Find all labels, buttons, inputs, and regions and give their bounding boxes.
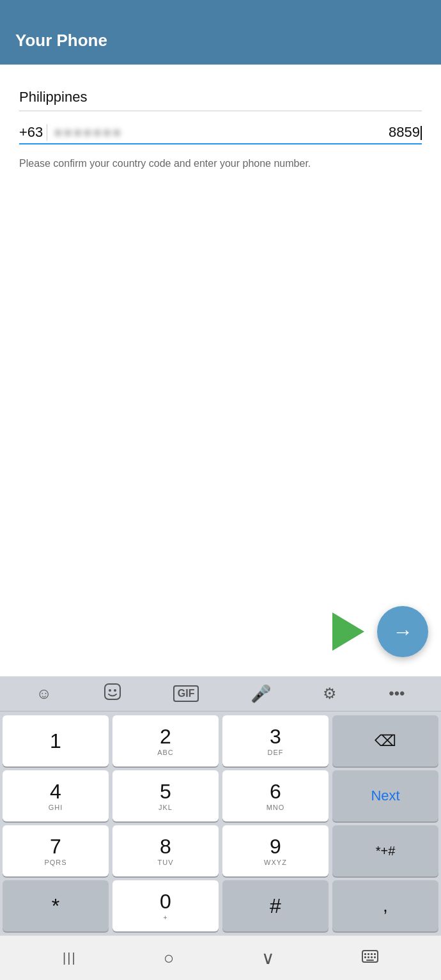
keyboard-toolbar: ☺ GIF 🎤 ⚙ •••: [0, 676, 441, 712]
country-field-group: [19, 84, 422, 111]
key-comma[interactable]: ,: [332, 880, 438, 931]
key-7[interactable]: 7 PQRS: [3, 825, 109, 876]
key-next[interactable]: Next: [332, 770, 438, 821]
key-9[interactable]: 9 WXYZ: [222, 825, 329, 876]
phone-number-blurred: ●●●●●●●: [54, 124, 382, 141]
page-title: Your Phone: [15, 31, 107, 50]
sticker-icon[interactable]: [104, 683, 121, 704]
header: Your Phone: [0, 19, 441, 65]
key-backspace[interactable]: ⌫: [332, 715, 438, 766]
fab-arrow-icon: →: [392, 620, 413, 644]
emoji-icon[interactable]: ☺: [36, 685, 52, 703]
more-icon[interactable]: •••: [389, 685, 405, 703]
cursor: [421, 126, 422, 140]
svg-point-2: [114, 689, 116, 692]
svg-rect-11: [374, 956, 376, 958]
key-star[interactable]: *: [3, 880, 109, 931]
instruction-text: Please confirm your country code and ent…: [19, 156, 422, 171]
key-1[interactable]: 1: [3, 715, 109, 766]
keyboard: 1 2 ABC 3 DEF ⌫ 4 GHI 5 JKL 6 MNO Next: [0, 712, 441, 935]
bottom-nav: ||| ○ ∨: [0, 935, 441, 980]
svg-rect-6: [371, 953, 373, 955]
phone-row: +63 ●●●●●●● 8859: [19, 124, 422, 144]
green-arrow-icon: [332, 612, 364, 651]
phone-number-end: 8859: [389, 124, 422, 141]
key-2[interactable]: 2 ABC: [112, 715, 219, 766]
country-input[interactable]: [19, 84, 422, 111]
key-row-1: 1 2 ABC 3 DEF ⌫: [3, 715, 438, 766]
microphone-icon[interactable]: 🎤: [251, 684, 271, 704]
key-3[interactable]: 3 DEF: [222, 715, 329, 766]
key-symbols[interactable]: *+#: [332, 825, 438, 876]
next-fab-button[interactable]: →: [377, 606, 428, 657]
key-5[interactable]: 5 JKL: [112, 770, 219, 821]
key-0[interactable]: 0 +: [112, 880, 219, 931]
key-4[interactable]: 4 GHI: [3, 770, 109, 821]
gif-icon[interactable]: GIF: [173, 685, 199, 702]
svg-rect-7: [374, 953, 376, 955]
key-8[interactable]: 8 TUV: [112, 825, 219, 876]
key-row-4: * 0 + # ,: [3, 880, 438, 931]
svg-rect-10: [371, 956, 373, 958]
svg-rect-9: [368, 956, 369, 958]
svg-point-1: [109, 689, 111, 692]
svg-rect-5: [368, 953, 369, 955]
main-content: +63 ●●●●●●● 8859 Please confirm your cou…: [0, 65, 441, 593]
key-row-2: 4 GHI 5 JKL 6 MNO Next: [3, 770, 438, 821]
svg-rect-0: [105, 684, 120, 699]
fab-area: →: [0, 593, 441, 676]
nav-back-icon[interactable]: |||: [63, 951, 77, 965]
svg-rect-12: [366, 960, 374, 961]
svg-rect-8: [364, 956, 366, 958]
nav-home-icon[interactable]: ○: [164, 948, 174, 968]
status-bar: [0, 0, 441, 19]
key-6[interactable]: 6 MNO: [222, 770, 329, 821]
nav-recents-icon[interactable]: ∨: [261, 947, 275, 968]
nav-keyboard-icon[interactable]: [362, 950, 378, 967]
key-row-3: 7 PQRS 8 TUV 9 WXYZ *+#: [3, 825, 438, 876]
settings-icon[interactable]: ⚙: [323, 685, 337, 703]
svg-rect-4: [364, 953, 366, 955]
country-code: +63: [19, 124, 47, 141]
key-hash[interactable]: #: [222, 880, 329, 931]
